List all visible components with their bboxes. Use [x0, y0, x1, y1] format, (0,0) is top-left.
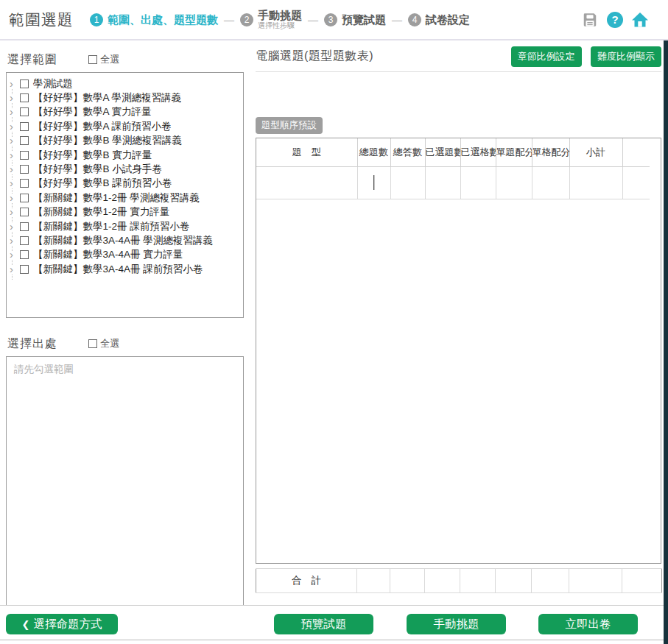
step-4[interactable]: 4試卷設定 — [408, 13, 470, 26]
tree-item-label: 【好好學】數學B 實力評量 — [33, 149, 152, 162]
save-icon[interactable] — [581, 11, 599, 29]
tree-item[interactable]: › 【新關鍵】數學3A-4A冊 課前預習小卷 — [10, 262, 242, 276]
tree-item[interactable]: › 學測試題 — [10, 77, 242, 91]
header-icons: ? — [581, 11, 649, 29]
tree-item-checkbox[interactable] — [20, 222, 29, 231]
chevron-right-icon[interactable]: › — [10, 265, 20, 274]
step-number-circle: 2 — [240, 13, 253, 26]
chevron-right-icon[interactable]: › — [10, 107, 20, 116]
tree-item-label: 【新關鍵】數學3A-4A冊 學測總複習講義 — [33, 234, 213, 247]
step-indicator: 1範圍、出處、題型題數—2手動挑題選擇性步驟—3預覽試題—4試卷設定 — [90, 9, 581, 30]
preview-questions-button[interactable]: 預覽試題 — [274, 614, 373, 634]
table-cell[interactable] — [390, 166, 425, 199]
table-cell[interactable] — [622, 166, 650, 199]
tree-item[interactable]: › 【新關鍵】數學1-2冊 學測總複習講義 — [10, 191, 242, 205]
chevron-right-icon[interactable]: › — [10, 179, 20, 188]
question-type-table-container: 題 型總題數總答數已選題數已選格數單題配分單格配分小計 — [256, 138, 661, 564]
tree-item-checkbox[interactable] — [20, 165, 29, 174]
tree-item-checkbox[interactable] — [20, 93, 29, 102]
help-icon[interactable]: ? — [607, 12, 623, 28]
table-cell[interactable] — [256, 166, 357, 199]
chevron-right-icon[interactable]: › — [10, 136, 20, 145]
select-all-range-checkbox[interactable] — [88, 55, 97, 64]
window-edge — [664, 40, 668, 644]
tree-item-checkbox[interactable] — [20, 265, 29, 274]
type-order-default-button[interactable]: 題型順序預設 — [256, 117, 323, 134]
tree-item-checkbox[interactable] — [20, 194, 29, 202]
chevron-right-icon[interactable]: › — [10, 93, 20, 102]
computer-select-title: 電腦選題(題型題數表) — [256, 49, 373, 64]
tree-item-checkbox[interactable] — [20, 250, 29, 259]
tree-item[interactable]: › 【好好學】數學B 課前預習小卷 — [10, 177, 242, 191]
tree-item-checkbox[interactable] — [20, 79, 29, 88]
step-2[interactable]: 2手動挑題選擇性步驟 — [240, 9, 302, 30]
back-to-method-button[interactable]: ❮選擇命題方式 — [6, 614, 118, 634]
tree-item-label: 【好好學】數學B 小試身手卷 — [33, 163, 162, 176]
step-1[interactable]: 1範圍、出處、題型題數 — [90, 13, 218, 26]
tree-item[interactable]: › 【新關鍵】數學1-2冊 課前預習小卷 — [10, 219, 242, 233]
table-header-cell: 已選題數 — [425, 138, 460, 166]
table-cell[interactable] — [532, 166, 569, 199]
tree-item-checkbox[interactable] — [20, 136, 29, 145]
tree-item[interactable]: › 【好好學】數學A 實力評量 — [10, 105, 242, 119]
total-value-cell — [425, 569, 460, 593]
generate-paper-button[interactable]: 立即出卷 — [538, 614, 638, 634]
table-row — [256, 166, 650, 199]
chevron-right-icon[interactable]: › — [10, 165, 20, 174]
step-3[interactable]: 3預覽試題 — [324, 13, 386, 26]
tree-item-checkbox[interactable] — [20, 107, 29, 116]
table-cell[interactable] — [569, 166, 622, 199]
tree-item-checkbox[interactable] — [20, 151, 29, 160]
source-list-box: 請先勾選範圍 — [6, 356, 244, 610]
tree-item-label: 【好好學】數學A 實力評量 — [33, 105, 152, 118]
table-cell[interactable] — [460, 166, 496, 199]
select-all-source[interactable]: 全選 — [88, 337, 119, 350]
chevron-right-icon[interactable]: › — [10, 222, 20, 231]
tree-item-checkbox[interactable] — [20, 208, 29, 216]
right-panel: 電腦選題(題型題數表) 章節比例設定 難度比例顯示 題型順序預設 題 型總題數總… — [256, 44, 661, 593]
step-label: 手動挑題 — [258, 9, 302, 21]
total-value-cell — [532, 569, 569, 593]
chevron-right-icon[interactable]: › — [10, 79, 20, 88]
step-sublabel: 選擇性步驟 — [258, 21, 302, 30]
chevron-right-icon[interactable]: › — [10, 236, 20, 245]
total-value-cell — [390, 569, 425, 593]
step-label: 範圍、出處、題型題數 — [108, 13, 218, 26]
chapter-ratio-button[interactable]: 章節比例設定 — [511, 46, 582, 67]
table-header-cell: 小計 — [569, 138, 622, 166]
step-separator: — — [224, 14, 234, 26]
total-value-cell — [460, 569, 496, 593]
table-cell[interactable] — [496, 166, 532, 199]
tree-item-label: 【新關鍵】數學1-2冊 課前預習小卷 — [33, 220, 189, 233]
tree-item-checkbox[interactable] — [20, 179, 29, 188]
source-section-title: 選擇出處 — [7, 336, 57, 352]
tree-item[interactable]: › 【好好學】數學B 實力評量 — [10, 148, 242, 162]
tree-item[interactable]: › 【好好學】數學A 學測總複習講義 — [10, 91, 242, 105]
tree-item[interactable]: › 【新關鍵】數學1-2冊 實力評量 — [10, 205, 242, 219]
chevron-right-icon[interactable]: › — [10, 194, 20, 202]
tree-item-label: 【好好學】數學A 學測總複習講義 — [33, 91, 181, 105]
select-all-source-label: 全選 — [100, 337, 119, 350]
tree-item[interactable]: › 【新關鍵】數學3A-4A冊 學測總複習講義 — [10, 233, 242, 247]
header: 範圍選題 1範圍、出處、題型題數—2手動挑題選擇性步驟—3預覽試題—4試卷設定 … — [0, 0, 668, 40]
tree-item-label: 【新關鍵】數學1-2冊 學測總複習講義 — [33, 191, 200, 205]
manual-pick-button[interactable]: 手動挑題 — [407, 614, 506, 634]
chevron-right-icon[interactable]: › — [10, 151, 20, 160]
select-all-source-checkbox[interactable] — [88, 339, 97, 348]
difficulty-ratio-button[interactable]: 難度比例顯示 — [591, 46, 661, 67]
source-section-head: 選擇出處 全選 — [7, 334, 244, 353]
table-cell[interactable] — [357, 166, 390, 199]
table-cell[interactable] — [425, 166, 460, 199]
chevron-right-icon[interactable]: › — [10, 208, 20, 216]
tree-item-checkbox[interactable] — [20, 236, 29, 245]
select-all-range[interactable]: 全選 — [88, 53, 119, 66]
step-label: 試卷設定 — [426, 13, 470, 26]
home-icon[interactable] — [631, 11, 649, 29]
tree-item[interactable]: › 【新關鍵】數學3A-4A冊 實力評量 — [10, 248, 242, 262]
chevron-right-icon[interactable]: › — [10, 122, 20, 131]
tree-item[interactable]: › 【好好學】數學A 課前預習小卷 — [10, 119, 242, 133]
chevron-right-icon[interactable]: › — [10, 250, 20, 259]
tree-item-checkbox[interactable] — [20, 122, 29, 131]
tree-item[interactable]: › 【好好學】數學B 學測總複習講義 — [10, 134, 242, 148]
tree-item[interactable]: › 【好好學】數學B 小試身手卷 — [10, 162, 242, 176]
